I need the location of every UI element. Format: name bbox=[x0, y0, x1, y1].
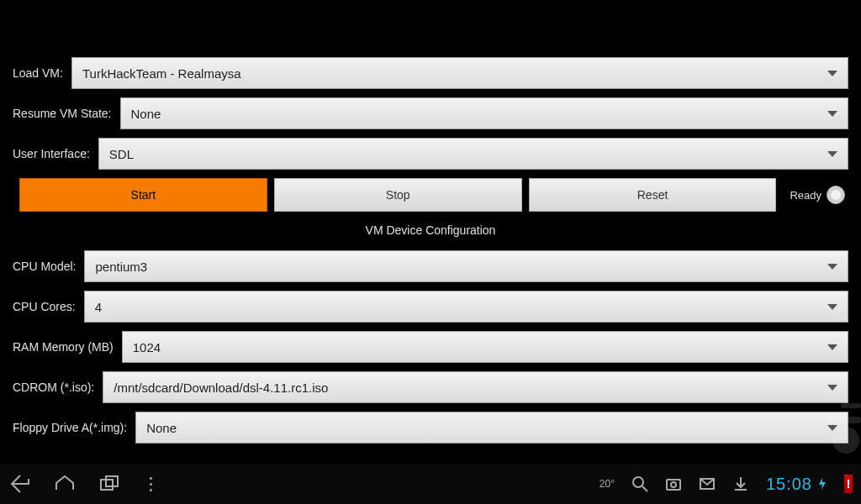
label-ram: RAM Memory (MB) bbox=[13, 340, 122, 354]
row-cpu-model: CPU Model: pentium3 bbox=[13, 250, 848, 282]
svg-point-5 bbox=[633, 477, 643, 487]
chevron-down-icon bbox=[827, 385, 837, 391]
screenshot-overlay-icon bbox=[799, 396, 861, 455]
section-title: VM Device Configuration bbox=[13, 223, 848, 237]
row-cdrom: CDROM (*.iso): /mnt/sdcard/Download/dsl-… bbox=[13, 371, 848, 403]
vm-config-panel: Load VM: TurkHackTeam - Realmaysa Resume… bbox=[0, 0, 861, 464]
clock[interactable]: 15:08 bbox=[766, 475, 827, 494]
ready-radio-icon[interactable] bbox=[827, 186, 845, 204]
svg-point-8 bbox=[671, 482, 676, 487]
temperature-indicator: 20° bbox=[600, 478, 615, 490]
reset-button[interactable]: Reset bbox=[529, 178, 777, 212]
svg-line-6 bbox=[642, 486, 647, 491]
dropdown-value: SDL bbox=[109, 147, 134, 161]
ready-indicator: Ready bbox=[783, 186, 848, 204]
label-cpu-model: CPU Model: bbox=[13, 260, 84, 273]
dropdown-floppy-a[interactable]: None bbox=[135, 412, 848, 444]
android-navbar: 20° 15:08 bbox=[0, 464, 861, 504]
search-icon[interactable] bbox=[631, 475, 648, 492]
dropdown-value: TurkHackTeam - Realmaysa bbox=[82, 66, 241, 81]
camera-icon[interactable] bbox=[665, 475, 682, 492]
svg-point-2 bbox=[832, 427, 859, 454]
label-cdrom: CDROM (*.iso): bbox=[13, 381, 103, 394]
svg-rect-1 bbox=[824, 417, 861, 423]
home-button[interactable] bbox=[54, 473, 76, 495]
chevron-down-icon bbox=[827, 111, 837, 117]
row-cpu-cores: CPU Cores: 4 bbox=[13, 291, 848, 323]
download-icon[interactable] bbox=[732, 475, 749, 492]
control-buttons: Start Stop Reset Ready bbox=[19, 178, 848, 212]
chevron-down-icon bbox=[827, 71, 837, 76]
label-floppy-a: Floppy Drive A(*.img): bbox=[13, 421, 135, 434]
dropdown-value: 1024 bbox=[133, 340, 161, 354]
dropdown-cdrom[interactable]: /mnt/sdcard/Download/dsl-4.11.rc1.iso bbox=[103, 371, 848, 403]
label-user-interface: User Interface: bbox=[13, 147, 98, 160]
row-resume-state: Resume VM State: None bbox=[13, 97, 848, 129]
dropdown-load-vm[interactable]: TurkHackTeam - Realmaysa bbox=[71, 57, 848, 89]
dropdown-value: pentium3 bbox=[95, 260, 147, 274]
recent-apps-button[interactable] bbox=[99, 473, 121, 495]
dropdown-value: 4 bbox=[95, 300, 102, 314]
mail-icon[interactable] bbox=[699, 475, 716, 492]
ready-label: Ready bbox=[790, 189, 821, 202]
stop-button[interactable]: Stop bbox=[274, 178, 522, 212]
row-user-interface: User Interface: SDL bbox=[13, 138, 848, 170]
time-text: 15:08 bbox=[766, 475, 812, 494]
chevron-down-icon bbox=[827, 264, 837, 270]
label-load-vm: Load VM: bbox=[13, 66, 71, 80]
start-button[interactable]: Start bbox=[19, 178, 267, 212]
label-resume-state: Resume VM State: bbox=[13, 107, 120, 120]
dropdown-resume-state[interactable]: None bbox=[120, 97, 849, 129]
back-button[interactable] bbox=[8, 473, 30, 495]
label-cpu-cores: CPU Cores: bbox=[13, 300, 84, 313]
dropdown-value: /mnt/sdcard/Download/dsl-4.11.rc1.iso bbox=[114, 381, 328, 395]
svg-rect-0 bbox=[841, 403, 861, 408]
chevron-down-icon bbox=[827, 344, 837, 350]
chevron-down-icon bbox=[827, 151, 837, 157]
menu-button[interactable] bbox=[150, 477, 152, 491]
dropdown-ram[interactable]: 1024 bbox=[122, 331, 848, 363]
row-floppy-a: Floppy Drive A(*.img): None bbox=[13, 412, 848, 444]
row-load-vm: Load VM: TurkHackTeam - Realmaysa bbox=[13, 57, 848, 89]
dropdown-user-interface[interactable]: SDL bbox=[98, 138, 848, 170]
svg-rect-7 bbox=[667, 480, 680, 490]
battery-low-icon bbox=[844, 475, 853, 493]
dropdown-cpu-cores[interactable]: 4 bbox=[84, 291, 848, 323]
dropdown-cpu-model[interactable]: pentium3 bbox=[84, 250, 848, 282]
row-ram: RAM Memory (MB) 1024 bbox=[13, 331, 848, 363]
dropdown-value: None bbox=[131, 107, 161, 121]
chevron-down-icon bbox=[827, 304, 837, 310]
dropdown-value: None bbox=[146, 421, 177, 435]
